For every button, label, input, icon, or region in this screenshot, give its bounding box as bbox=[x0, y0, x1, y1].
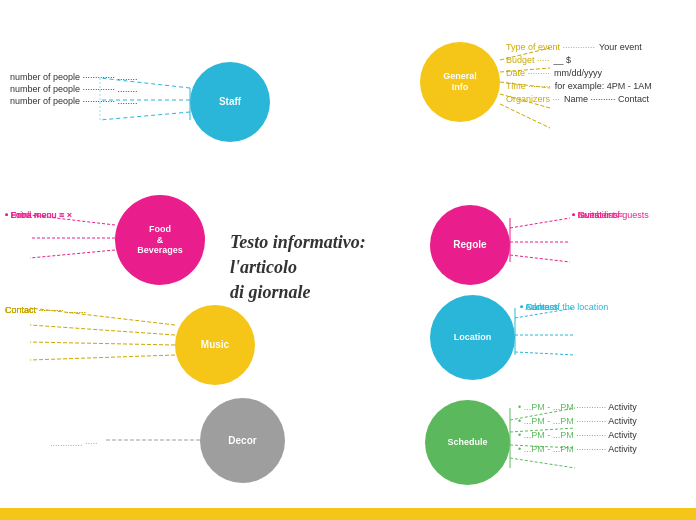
svg-line-7 bbox=[500, 104, 550, 128]
food-beverages-node: Food&Beverages bbox=[115, 195, 205, 285]
location-node: Location bbox=[430, 295, 515, 380]
svg-line-25 bbox=[510, 458, 575, 468]
general-info-labels: Type of event ············· Your event B… bbox=[506, 42, 652, 107]
schedule-labels: • ...PM - ...PM ············ Activity • … bbox=[518, 402, 637, 454]
decor-node: Decor bbox=[200, 398, 285, 483]
mind-map-canvas: Staff GeneralInfo Food&Beverages Regole … bbox=[0, 0, 696, 520]
svg-line-20 bbox=[515, 352, 575, 355]
staff-node: Staff bbox=[190, 62, 270, 142]
bottom-bar bbox=[0, 508, 696, 520]
schedule-node: Schedule bbox=[425, 400, 510, 485]
svg-line-11 bbox=[510, 218, 570, 228]
svg-line-10 bbox=[30, 250, 115, 258]
general-info-node: GeneralInfo bbox=[420, 42, 500, 122]
center-info-text: Testo informativo: l'articolodi giornale bbox=[230, 230, 430, 306]
svg-line-13 bbox=[510, 255, 570, 262]
music-node: Music bbox=[175, 305, 255, 385]
svg-line-2 bbox=[100, 112, 190, 120]
svg-line-16 bbox=[30, 342, 175, 345]
svg-line-15 bbox=[30, 325, 175, 335]
regole-node: Regole bbox=[430, 205, 510, 285]
svg-line-17 bbox=[30, 355, 175, 360]
